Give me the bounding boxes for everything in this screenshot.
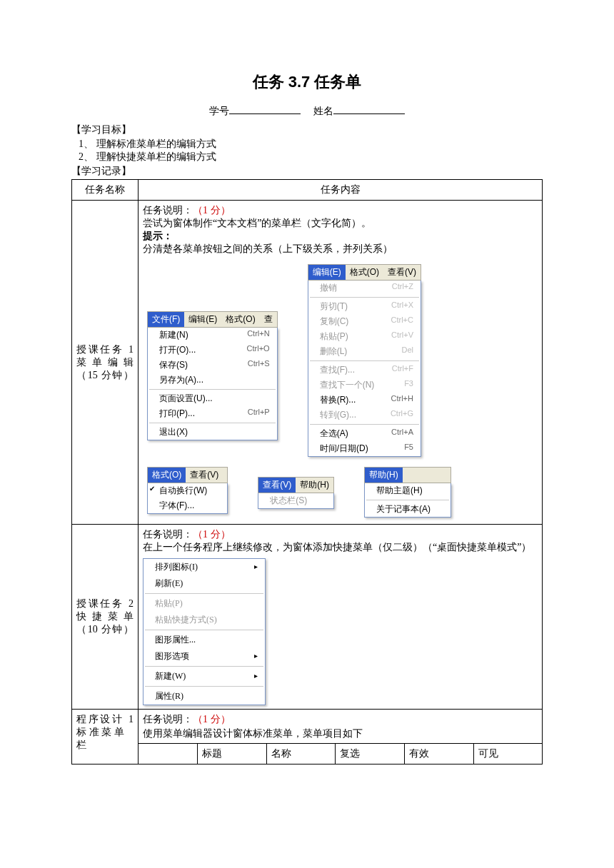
context-menu-item[interactable]: 属性(R) — [144, 688, 265, 705]
task1-desc: 尝试为窗体制作“文本文档”的菜单栏（文字化简）。 — [143, 217, 538, 230]
menu-item[interactable]: 另存为(A)... — [148, 373, 277, 388]
menubar-format[interactable]: 格式(O) 查看(V) — [147, 467, 228, 483]
context-menu-item[interactable]: 新建(W) — [144, 668, 265, 685]
record-table: 任务名称 任务内容 授课任务 1 菜 单 编 辑 （15 分钟） 任务说明：（1… — [71, 179, 543, 764]
menubar-btn-help[interactable]: 帮助(H) — [296, 478, 333, 493]
menubar-btn-edit[interactable]: 编辑(E) — [184, 312, 221, 327]
task2-content: 任务说明：（1 分） 在上一个任务程序上继续修改，为窗体添加快捷菜单（仅二级）（… — [139, 525, 543, 710]
task1-hint-label: 提示： — [143, 231, 173, 241]
context-menu-item[interactable]: 图形属性... — [144, 632, 265, 648]
menu-item[interactable]: 新建(N)Ctrl+N — [148, 328, 277, 343]
edit-menu-group: 编辑(E) 格式(O) 查看(V) 撤销Ctrl+Z剪切(T)Ctrl+X复制(… — [308, 264, 421, 457]
menu-item[interactable]: 删除(L)Del — [308, 344, 421, 359]
context-menu-item[interactable]: 图形选项 — [144, 648, 265, 665]
task3-col-header: 名称 — [266, 744, 336, 764]
task1-content: 任务说明：（1 分） 尝试为窗体制作“文本文档”的菜单栏（文字化简）。 提示： … — [139, 201, 543, 525]
menu-item[interactable]: 关于记事本(A) — [365, 502, 451, 517]
edit-dropdown[interactable]: 撤销Ctrl+Z剪切(T)Ctrl+X复制(C)Ctrl+C粘贴(P)Ctrl+… — [308, 281, 421, 457]
menu-item[interactable]: 撤销Ctrl+Z — [308, 281, 421, 296]
menu-item[interactable]: 转到(G)...Ctrl+G — [308, 408, 421, 423]
help-dropdown[interactable]: 帮助主题(H)关于记事本(A) — [364, 483, 451, 518]
menubar-btn-format[interactable]: 格式(O) — [346, 265, 383, 280]
task3-col-header: 可见 — [473, 744, 542, 764]
menu-item[interactable]: 替换(R)...Ctrl+H — [308, 393, 421, 408]
menu-item[interactable]: 查找(F)...Ctrl+F — [308, 363, 421, 378]
task1-score: （1 分） — [193, 205, 231, 216]
goal-item: 2、 理解快捷菜单栏的编辑方式 — [79, 151, 543, 163]
menu-item[interactable]: 字体(F)... — [148, 498, 227, 513]
menu-item[interactable]: 帮助主题(H) — [365, 483, 451, 498]
menubar-btn-view[interactable]: 查看(V) — [258, 478, 296, 493]
goals-label: 【学习目标】 — [71, 123, 543, 136]
task3-col-header: 标题 — [198, 744, 267, 764]
menu-item[interactable]: 查找下一个(N)F3 — [308, 378, 421, 393]
task3-score: （1 分） — [193, 714, 231, 725]
menu-item[interactable]: 打印(P)...Ctrl+P — [148, 406, 277, 421]
menu-item[interactable]: 保存(S)Ctrl+S — [148, 358, 277, 373]
task3-col-header: 复选 — [336, 744, 405, 764]
record-label: 【学习记录】 — [71, 165, 543, 178]
task3-desc: 使用菜单编辑器设计窗体标准菜单，菜单项目如下 — [139, 727, 542, 743]
menubar-btn-format[interactable]: 格式(O) — [221, 312, 259, 327]
menu-item[interactable]: 打开(O)...Ctrl+O — [148, 343, 277, 358]
context-menu-item[interactable]: 粘贴快捷方式(S) — [144, 612, 265, 628]
file-dropdown[interactable]: 新建(N)Ctrl+N打开(O)...Ctrl+O保存(S)Ctrl+S另存为(… — [147, 328, 278, 440]
menu-item[interactable]: 页面设置(U)... — [148, 391, 277, 406]
col-task-name: 任务名称 — [72, 180, 139, 201]
task3-col-header — [139, 744, 198, 764]
menu-item[interactable]: 自动换行(W) — [148, 483, 227, 498]
menu-item[interactable]: 剪切(T)Ctrl+X — [308, 299, 421, 314]
menu-item[interactable]: 粘贴(P)Ctrl+V — [308, 329, 421, 344]
menubar-btn-format[interactable]: 格式(O) — [148, 468, 186, 483]
menubar-btn-more[interactable]: 查 — [260, 312, 277, 327]
menu-item[interactable]: 状态栏(S) — [258, 493, 333, 508]
name-input-line[interactable] — [333, 104, 405, 114]
format-menu-group: 格式(O) 查看(V) 自动换行(W)字体(F)... — [147, 467, 228, 518]
task3-cols-table: 标题名称复选有效可见 — [139, 743, 542, 764]
context-menu-item[interactable]: 粘贴(P) — [144, 595, 265, 612]
task1-hint: 分清楚各菜单按钮之间的关系（上下级关系，并列关系） — [143, 243, 538, 256]
menubar-btn-file[interactable]: 文件(F) — [148, 312, 184, 327]
id-label: 学号 — [209, 106, 229, 116]
task3-desc-prefix: 任务说明： — [143, 714, 193, 725]
task1-desc-prefix: 任务说明： — [143, 205, 193, 216]
context-menu[interactable]: 排列图标(I)刷新(E)粘贴(P)粘贴快捷方式(S)图形属性...图形选项新建(… — [143, 558, 266, 705]
menubar-btn-edit[interactable]: 编辑(E) — [308, 265, 346, 280]
menubar-btn-view[interactable]: 查看(V) — [186, 468, 223, 483]
page-title: 任务 3.7 任务单 — [71, 71, 543, 93]
context-menu-item[interactable]: 刷新(E) — [144, 575, 265, 592]
col-task-content: 任务内容 — [139, 180, 543, 201]
task2-label: 授课任务 2 快 捷 菜 单 （10 分钟） — [72, 525, 139, 710]
task3-content: 任务说明：（1 分） 使用菜单编辑器设计窗体标准菜单，菜单项目如下 标题名称复选… — [139, 710, 543, 764]
name-fields: 学号 姓名 — [71, 104, 543, 118]
menubar-btn-help[interactable]: 帮助(H) — [365, 468, 403, 483]
goal-item: 1、 理解标准菜单栏的编辑方式 — [79, 138, 543, 151]
menubar-help[interactable]: 帮助(H) — [364, 467, 451, 483]
format-dropdown[interactable]: 自动换行(W)字体(F)... — [147, 483, 228, 514]
menubar-view[interactable]: 查看(V) 帮助(H) — [258, 477, 334, 493]
task3-col-header: 有效 — [405, 744, 474, 764]
task2-desc: 在上一个任务程序上继续修改，为窗体添加快捷菜单（仅二级）（“桌面快捷菜单模式”） — [143, 541, 538, 554]
task1-label: 授课任务 1 菜 单 编 辑 （15 分钟） — [72, 201, 139, 525]
menu-item[interactable]: 退出(X) — [148, 425, 277, 440]
id-input-line[interactable] — [229, 104, 301, 114]
context-menu-item[interactable]: 排列图标(I) — [144, 559, 265, 575]
menu-item[interactable]: 时间/日期(D)F5 — [308, 441, 421, 456]
task2-score: （1 分） — [193, 529, 231, 540]
menubar-btn-view[interactable]: 查看(V) — [383, 265, 421, 280]
task2-desc-prefix: 任务说明： — [143, 529, 193, 540]
task3-label: 程序设计 1 标 准 菜 单 栏 — [72, 710, 139, 764]
view-menu-group: 查看(V) 帮助(H) 状态栏(S) — [258, 477, 334, 518]
help-menu-group: 帮助(H) 帮助主题(H)关于记事本(A) — [364, 467, 451, 518]
name-label: 姓名 — [313, 106, 333, 116]
menu-item[interactable]: 复制(C)Ctrl+C — [308, 314, 421, 329]
file-menu-group: 文件(F) 编辑(E) 格式(O) 查 新建(N)Ctrl+N打开(O)...C… — [147, 311, 278, 457]
menubar-edit[interactable]: 编辑(E) 格式(O) 查看(V) — [308, 264, 421, 281]
view-dropdown[interactable]: 状态栏(S) — [258, 493, 334, 509]
menubar-file[interactable]: 文件(F) 编辑(E) 格式(O) 查 — [147, 311, 278, 328]
menu-item[interactable]: 全选(A)Ctrl+A — [308, 426, 421, 441]
